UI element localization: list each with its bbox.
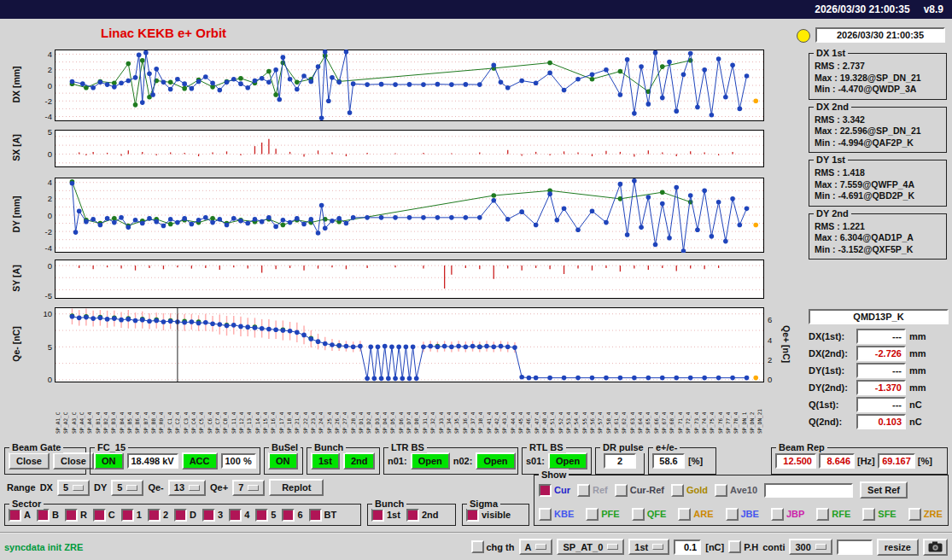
d-checkbox[interactable]: [174, 509, 187, 522]
check-2nd[interactable]: 2nd: [406, 509, 439, 522]
range-qe+-dropdown[interactable]: 7: [232, 480, 265, 496]
dr-pulse-field[interactable]: 2: [604, 453, 636, 469]
sfe-checkbox[interactable]: [862, 508, 875, 521]
b-checkbox[interactable]: [37, 509, 50, 522]
set-ref-button[interactable]: Set Ref: [860, 481, 908, 499]
gold-checkbox[interactable]: [671, 484, 684, 497]
chg-th-checkbox[interactable]: [471, 540, 484, 553]
zre-checkbox[interactable]: [908, 508, 921, 521]
1-checkbox[interactable]: [121, 509, 134, 522]
sy-plot-canvas[interactable]: [55, 260, 764, 299]
check-kbe[interactable]: KBE: [539, 508, 574, 521]
check-gold[interactable]: Gold: [671, 484, 708, 497]
ph-checkbox[interactable]: [728, 540, 741, 553]
check-4[interactable]: 4: [229, 509, 249, 522]
check-1[interactable]: 1: [121, 509, 142, 522]
rtl-bs-s01-open-button[interactable]: Open: [548, 452, 587, 470]
bpm-detail-value: -1.370: [856, 380, 906, 395]
extra-field[interactable]: [837, 540, 873, 555]
busel-on-button[interactable]: ON: [268, 452, 298, 470]
check-qfe[interactable]: QFE: [632, 508, 667, 521]
3-checkbox[interactable]: [202, 509, 215, 522]
range-dy-dropdown[interactable]: 5: [111, 480, 143, 496]
check-c[interactable]: C: [93, 509, 115, 522]
beam-gate-close1-button[interactable]: Close: [9, 452, 50, 470]
check-ave10[interactable]: Ave10: [715, 484, 757, 497]
check-a[interactable]: A: [9, 509, 31, 522]
ltr-bs-n01-open-button[interactable]: Open: [411, 452, 450, 470]
q-plot-canvas[interactable]: [55, 307, 764, 382]
check-r[interactable]: R: [65, 509, 87, 522]
check-rfe[interactable]: RFE: [816, 508, 850, 521]
check-6[interactable]: 6: [282, 509, 302, 522]
bunch-2nd-button[interactable]: 2nd: [343, 452, 376, 470]
check-cur[interactable]: Cur: [539, 484, 570, 497]
cur-checkbox[interactable]: [539, 484, 552, 497]
check-b[interactable]: B: [37, 509, 59, 522]
ph-check[interactable]: P.H: [728, 540, 758, 553]
cur-ref-checkbox[interactable]: [615, 484, 628, 497]
beam-gate-close2-button[interactable]: Close: [53, 452, 94, 470]
5-checkbox[interactable]: [255, 509, 268, 522]
2nd-checkbox[interactable]: [406, 509, 419, 522]
ee-ratio-unit: [%]: [688, 456, 703, 466]
check-ref[interactable]: Ref: [577, 484, 608, 497]
check-jbp[interactable]: JBP: [771, 508, 804, 521]
r-checkbox[interactable]: [65, 509, 78, 522]
range-qe--dropdown[interactable]: 13: [168, 480, 206, 496]
ref-name-field[interactable]: [764, 483, 853, 498]
check-visible[interactable]: visible: [466, 509, 511, 522]
dx-plot-canvas[interactable]: [55, 50, 764, 121]
check-3[interactable]: 3: [202, 509, 223, 522]
1st-checkbox[interactable]: [371, 509, 384, 522]
dy-plot-canvas[interactable]: [55, 178, 764, 253]
check-zre[interactable]: ZRE: [908, 508, 943, 521]
range-dx-dropdown[interactable]: 5: [57, 480, 90, 496]
screenshot-button[interactable]: [923, 539, 948, 556]
qfe-checkbox[interactable]: [632, 508, 645, 521]
ave10-checkbox[interactable]: [715, 484, 727, 497]
axis-tick: 4: [27, 178, 52, 187]
bpm-detail-row: DY(1st):---mm: [809, 362, 949, 379]
rfe-checkbox[interactable]: [816, 508, 829, 521]
replot-button[interactable]: Replot: [269, 479, 324, 496]
bt-checkbox[interactable]: [309, 509, 322, 522]
check-jbe[interactable]: JBE: [726, 508, 759, 521]
jbe-checkbox[interactable]: [726, 508, 739, 521]
fc15-on-button[interactable]: ON: [94, 452, 124, 470]
2-checkbox[interactable]: [148, 509, 161, 522]
check-are[interactable]: ARE: [678, 508, 713, 521]
threshold-field[interactable]: [674, 540, 701, 555]
check-sfe[interactable]: SFE: [862, 508, 896, 521]
ltr-bs-n02-open-button[interactable]: Open: [476, 452, 515, 470]
interval-dropdown[interactable]: 300: [789, 539, 832, 555]
bpm-label: SP_55_4: [581, 384, 588, 434]
check-bt[interactable]: BT: [309, 509, 337, 522]
6-checkbox[interactable]: [282, 509, 295, 522]
c-checkbox[interactable]: [93, 509, 106, 522]
4-checkbox[interactable]: [229, 509, 242, 522]
check-d[interactable]: D: [174, 509, 196, 522]
check-5[interactable]: 5: [255, 509, 276, 522]
check-1st[interactable]: 1st: [371, 509, 400, 522]
resize-button[interactable]: resize: [877, 539, 919, 556]
fc15-acc-button[interactable]: ACC: [182, 452, 218, 470]
bunch-order-dropdown[interactable]: 1st: [628, 539, 669, 555]
ref-checkbox[interactable]: [577, 484, 590, 497]
bunch-1st-button[interactable]: 1st: [311, 452, 340, 470]
kbe-checkbox[interactable]: [539, 508, 552, 521]
sx-plot-canvas[interactable]: [55, 130, 764, 167]
jbp-checkbox[interactable]: [771, 508, 784, 521]
pfe-checkbox[interactable]: [586, 508, 599, 521]
check-pfe[interactable]: PFE: [586, 508, 619, 521]
check-cur-ref[interactable]: Cur-Ref: [615, 484, 664, 497]
bunch-select-dropdown[interactable]: A: [519, 539, 553, 555]
check-2[interactable]: 2: [148, 509, 168, 522]
bpm-select-dropdown[interactable]: SP_AT_0: [557, 539, 624, 555]
chg-th-check[interactable]: chg th: [471, 540, 515, 553]
timestamp-box: 2026/03/30 21:00:35: [815, 27, 945, 43]
a-checkbox[interactable]: [9, 509, 21, 522]
are-checkbox[interactable]: [678, 508, 691, 521]
visible-checkbox[interactable]: [466, 509, 479, 522]
bpm-label: SP_71_4: [677, 384, 684, 434]
